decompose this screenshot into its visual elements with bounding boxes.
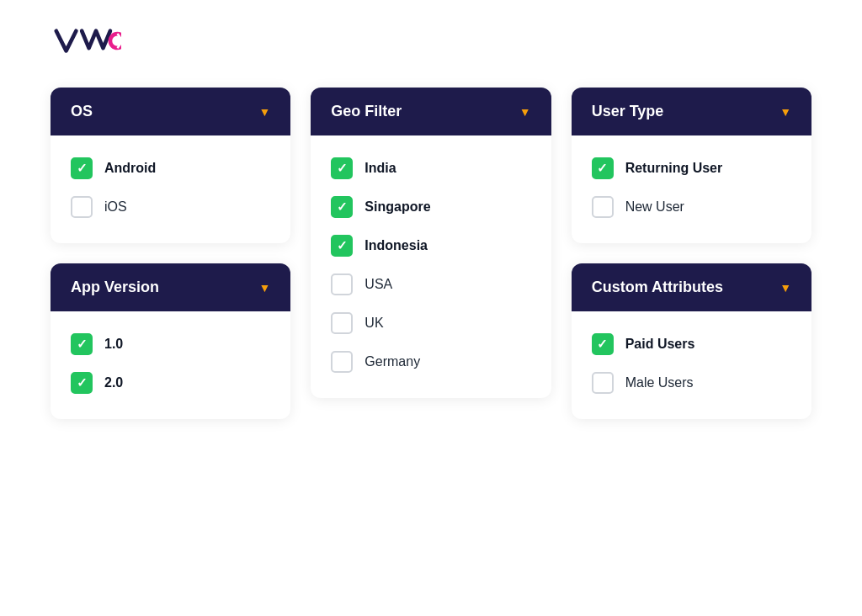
geo-filter-dropdown-arrow[interactable]: ▼ [519, 105, 531, 119]
geo-uk-checkbox[interactable] [331, 312, 353, 334]
user-returning-label: Returning User [625, 161, 723, 176]
custom-paid-users-item: Paid Users [592, 325, 791, 364]
app-version-10-checkbox[interactable] [71, 333, 93, 355]
user-returning-item: Returning User [592, 149, 791, 188]
os-ios-checkbox[interactable] [71, 196, 93, 218]
custom-paid-users-checkbox[interactable] [592, 333, 614, 355]
geo-filter-card-body: India Singapore Indonesia USA [311, 135, 551, 398]
geo-usa-item: USA [331, 265, 530, 304]
geo-filter-card-header[interactable]: Geo Filter ▼ [311, 88, 551, 135]
geo-germany-checkbox[interactable] [331, 351, 353, 373]
geo-india-item: India [331, 149, 530, 188]
app-version-20-checkbox[interactable] [71, 372, 93, 394]
app-version-20-label: 2.0 [104, 375, 123, 390]
os-ios-label: iOS [104, 199, 127, 215]
app-version-card: App Version ▼ 1.0 2.0 [51, 263, 290, 419]
geo-usa-checkbox[interactable] [331, 273, 353, 295]
custom-attributes-title: Custom Attributes [592, 279, 723, 296]
left-column: OS ▼ Android iOS App Version [51, 88, 290, 419]
user-type-dropdown-arrow[interactable]: ▼ [780, 105, 791, 119]
geo-singapore-label: Singapore [364, 199, 430, 215]
user-new-item: New User [592, 188, 791, 226]
app-version-card-header[interactable]: App Version ▼ [51, 263, 290, 311]
custom-male-users-checkbox[interactable] [592, 372, 614, 394]
app-version-10-item: 1.0 [71, 325, 270, 364]
geo-indonesia-checkbox[interactable] [331, 235, 353, 257]
app-version-card-body: 1.0 2.0 [51, 311, 290, 419]
middle-column: Geo Filter ▼ India Singapore Indonesia [311, 88, 551, 398]
geo-uk-item: UK [331, 304, 530, 343]
app-version-dropdown-arrow[interactable]: ▼ [258, 281, 270, 295]
right-column: User Type ▼ Returning User New User [572, 88, 811, 419]
app-version-10-label: 1.0 [104, 337, 123, 352]
custom-attributes-card-body: Paid Users Male Users [572, 311, 811, 419]
user-type-title: User Type [592, 103, 664, 120]
geo-filter-card: Geo Filter ▼ India Singapore Indonesia [311, 88, 551, 398]
os-ios-item: iOS [71, 188, 270, 226]
geo-singapore-item: Singapore [331, 188, 530, 226]
custom-male-users-label: Male Users [625, 375, 694, 390]
geo-germany-label: Germany [364, 354, 420, 369]
geo-usa-label: USA [364, 277, 392, 292]
geo-singapore-checkbox[interactable] [331, 196, 353, 218]
custom-attributes-dropdown-arrow[interactable]: ▼ [780, 281, 791, 295]
user-returning-checkbox[interactable] [592, 157, 614, 179]
custom-paid-users-label: Paid Users [625, 337, 695, 352]
geo-india-checkbox[interactable] [331, 157, 353, 179]
os-card-header[interactable]: OS ▼ [51, 88, 290, 135]
os-card: OS ▼ Android iOS [51, 88, 290, 243]
user-type-card: User Type ▼ Returning User New User [572, 88, 811, 243]
app-version-title: App Version [71, 279, 159, 296]
os-android-item: Android [71, 149, 270, 188]
user-type-card-body: Returning User New User [572, 135, 811, 243]
custom-attributes-card: Custom Attributes ▼ Paid Users Male User… [572, 263, 811, 419]
user-type-card-header[interactable]: User Type ▼ [572, 88, 811, 135]
user-new-checkbox[interactable] [592, 196, 614, 218]
os-dropdown-arrow[interactable]: ▼ [258, 105, 270, 119]
geo-india-label: India [364, 161, 396, 176]
os-android-checkbox[interactable] [71, 157, 93, 179]
os-android-label: Android [104, 161, 156, 176]
geo-filter-title: Geo Filter [331, 103, 402, 120]
main-grid: OS ▼ Android iOS App Version [51, 88, 811, 419]
os-card-body: Android iOS [51, 135, 290, 243]
custom-attributes-card-header[interactable]: Custom Attributes ▼ [572, 263, 811, 311]
geo-uk-label: UK [364, 316, 383, 331]
user-new-label: New User [625, 199, 684, 215]
app-version-20-item: 2.0 [71, 364, 270, 402]
os-title: OS [71, 103, 93, 120]
custom-male-users-item: Male Users [592, 364, 791, 402]
page-wrapper: OS ▼ Android iOS App Version [0, 0, 862, 616]
geo-indonesia-label: Indonesia [364, 238, 428, 253]
geo-indonesia-item: Indonesia [331, 226, 530, 265]
logo [51, 25, 811, 61]
geo-germany-item: Germany [331, 343, 530, 381]
